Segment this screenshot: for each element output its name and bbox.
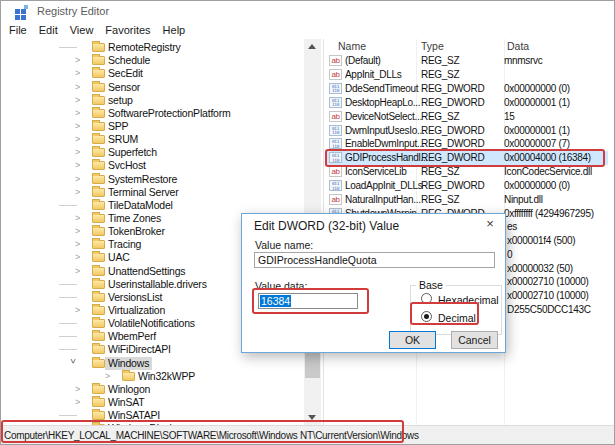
menu-favorites[interactable]: Favorites <box>99 23 156 37</box>
table-row[interactable]: 011110GDIProcessHandl...REG_DWORD0x00004… <box>326 151 608 165</box>
tree-item[interactable]: >Terminal Server <box>1 186 303 199</box>
chevron-right-icon[interactable]: > <box>75 251 85 264</box>
tree-item-label[interactable]: UAC <box>105 251 133 264</box>
table-row[interactable]: abNaturalInputHan...REG_SZNinput.dll <box>326 193 608 207</box>
tree-item[interactable]: >WinSAT <box>1 396 303 409</box>
tree-item[interactable]: >SoftwareProtectionPlatform <box>1 107 303 120</box>
column-header-data[interactable]: Data <box>507 40 529 52</box>
tree-item-label[interactable]: SecEdit <box>105 67 146 80</box>
tree-item[interactable]: >SvcHost <box>1 159 303 172</box>
chevron-right-icon[interactable]: > <box>75 146 85 159</box>
table-row[interactable]: 011110EnableDwmInput...REG_DWORD0x000000… <box>326 137 608 151</box>
chevron-right-icon[interactable]: > <box>75 396 85 409</box>
chevron-down-icon[interactable]: > <box>66 358 79 368</box>
value-data-input[interactable]: 16384 <box>258 293 358 309</box>
tree-item-label[interactable]: Superfetch <box>105 146 160 159</box>
tree-item-label[interactable]: Terminal Server <box>105 186 182 199</box>
tree-item[interactable]: >Superfetch <box>1 146 303 159</box>
tree-item-label[interactable]: UnattendSettings <box>105 265 188 278</box>
tree-item[interactable]: TileDataModel <box>1 199 303 212</box>
tree-item[interactable]: >SPP <box>1 120 303 133</box>
column-header-name[interactable]: Name <box>338 40 366 52</box>
tree-item-label[interactable]: VersionsList <box>105 291 165 304</box>
tree-item-label[interactable]: Schedule <box>105 54 153 67</box>
value-name-cell[interactable]: NaturalInputHan... <box>345 193 421 207</box>
tree-item-label[interactable]: TileDataModel <box>105 199 176 212</box>
tree-item[interactable]: >SecEdit <box>1 67 303 80</box>
tree-item-label[interactable]: TokenBroker <box>105 225 168 238</box>
value-name-cell[interactable]: GDIProcessHandl... <box>345 151 428 165</box>
chevron-right-icon[interactable]: > <box>75 81 85 94</box>
value-name-cell[interactable]: DesktopHeapLo... <box>345 96 420 110</box>
tree-item-label[interactable]: WbemPerf <box>105 330 159 343</box>
cancel-button[interactable]: Cancel <box>451 331 498 349</box>
table-row[interactable]: abIconServiceLibREG_SZIconCodecService.d… <box>326 165 608 179</box>
tree-item-label[interactable]: Tracing <box>105 238 144 251</box>
tree-item[interactable]: >setup <box>1 94 303 107</box>
tree-item[interactable]: >SystemRestore <box>1 173 303 186</box>
value-name-cell[interactable]: (Default) <box>345 54 381 68</box>
tree-item-label[interactable]: SRUM <box>105 133 141 146</box>
tree-item-label[interactable]: SoftwareProtectionPlatform <box>105 107 234 120</box>
chevron-right-icon[interactable]: > <box>75 225 85 238</box>
chevron-right-icon[interactable]: > <box>75 54 85 67</box>
value-name-cell[interactable]: IconServiceLib <box>345 165 406 179</box>
tree-item[interactable]: >Winlogon <box>1 383 303 396</box>
value-name-cell[interactable]: LoadAppInit_DLLs <box>345 179 423 193</box>
ok-button[interactable]: OK <box>389 331 436 349</box>
chevron-right-icon[interactable]: > <box>75 212 85 225</box>
tree-item-label[interactable]: RemoteRegistry <box>105 41 183 54</box>
tree-item-label[interactable]: WinSAT <box>105 396 148 409</box>
value-name-cell[interactable]: DeviceNotSelect... <box>345 110 422 124</box>
scroll-down-arrow-icon[interactable] <box>308 415 316 420</box>
scroll-up-arrow-icon[interactable] <box>308 44 316 49</box>
value-name-cell[interactable]: EnableDwmInput... <box>345 137 424 151</box>
tree-item-label[interactable]: SvcHost <box>105 159 149 172</box>
chevron-right-icon[interactable]: > <box>75 67 85 80</box>
tree-item[interactable]: >Sensor <box>1 81 303 94</box>
value-name-cell[interactable]: DwmInputUsesIo... <box>345 124 424 138</box>
tree-item-label[interactable]: WinSATAPI <box>105 409 163 422</box>
chevron-right-icon[interactable]: > <box>75 265 85 278</box>
tree-item-label[interactable]: Time Zones <box>105 212 164 225</box>
tree-item[interactable]: >SRUM <box>1 133 303 146</box>
tree-item-label[interactable]: Virtualization <box>105 304 168 317</box>
value-name-field[interactable]: GDIProcessHandleQuota <box>254 252 495 268</box>
tree-item[interactable]: RemoteRegistry <box>1 41 303 54</box>
tree-item[interactable]: >Schedule <box>1 54 303 67</box>
tree-item-label[interactable]: WiFiDirectAPI <box>105 343 174 356</box>
tree-item-label[interactable]: VolatileNotifications <box>105 317 198 330</box>
close-icon[interactable]: × <box>475 214 505 235</box>
menu-edit[interactable]: Edit <box>33 23 64 37</box>
tree-item-label[interactable]: Sensor <box>105 81 143 94</box>
chevron-right-icon[interactable]: > <box>75 94 85 107</box>
tree-item[interactable]: >Win32kWPP <box>1 370 303 383</box>
tree-item-label[interactable]: SPP <box>105 120 131 133</box>
chevron-right-icon[interactable]: > <box>75 383 85 396</box>
tree-item[interactable]: >Windows <box>1 357 303 370</box>
table-row[interactable]: ab(Default)REG_SZmnmsrvc <box>326 54 608 68</box>
table-row[interactable]: 011110DesktopHeapLo...REG_DWORD0x0000000… <box>326 96 608 110</box>
tree-item-label[interactable]: setup <box>105 94 136 107</box>
tree-item-label[interactable]: Winlogon <box>105 383 153 396</box>
chevron-right-icon[interactable]: > <box>75 133 85 146</box>
table-row[interactable]: abAppInit_DLLsREG_SZ <box>326 68 608 82</box>
chevron-right-icon[interactable]: > <box>75 120 85 133</box>
hexadecimal-radio-label[interactable]: Hexadecimal <box>438 294 499 306</box>
table-row[interactable]: 011110DdeSendTimeoutREG_DWORD0x00000000 … <box>326 82 608 96</box>
tree-item-label[interactable]: Userinstallable.drivers <box>105 278 210 291</box>
chevron-right-icon[interactable]: > <box>75 107 85 120</box>
column-header-type[interactable]: Type <box>421 40 444 52</box>
decimal-radio-label[interactable]: Decimal <box>438 312 476 324</box>
chevron-right-icon[interactable]: > <box>75 186 85 199</box>
table-row[interactable]: abDeviceNotSelect...REG_SZ15 <box>326 110 608 124</box>
tree-item-label[interactable]: Windows <box>105 357 152 370</box>
menu-help[interactable]: Help <box>157 23 192 37</box>
tree-item-label[interactable]: SystemRestore <box>105 173 180 186</box>
tree-item[interactable]: WinSATAPI <box>1 409 303 422</box>
chevron-right-icon[interactable]: > <box>75 173 85 186</box>
value-name-cell[interactable]: AppInit_DLLs <box>345 68 401 82</box>
chevron-right-icon[interactable]: > <box>75 159 85 172</box>
menu-view[interactable]: View <box>64 23 100 37</box>
value-name-cell[interactable]: DdeSendTimeout <box>345 82 418 96</box>
